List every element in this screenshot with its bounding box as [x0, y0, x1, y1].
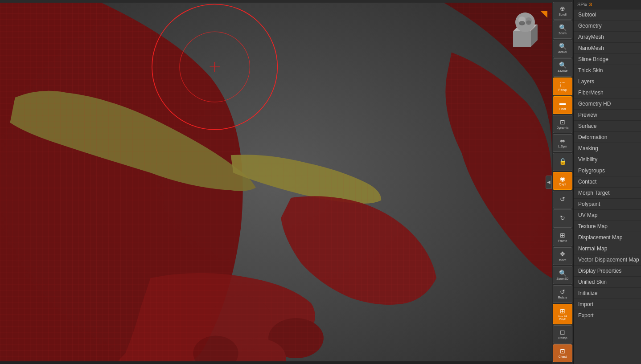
menu-surface[interactable]: Surface [574, 121, 641, 132]
spix-header: SPix 3 [574, 0, 641, 9]
nav-cube[interactable] [503, 9, 543, 49]
menu-fibermesh[interactable]: FiberMesh [574, 87, 641, 98]
menu-visibility[interactable]: Visibility [574, 154, 641, 165]
menu-preview[interactable]: Preview [574, 110, 641, 121]
tool-rotate[interactable]: ↺ Rotate [553, 285, 572, 303]
dynamic-icon: ⊡ [560, 119, 565, 126]
chest-label: Chest [559, 355, 567, 359]
lsym-label: L.Sym [558, 145, 567, 148]
tool-persp[interactable]: ⬚ Persp [553, 78, 572, 95]
tool-frame[interactable]: ⊞ Frame [553, 229, 572, 246]
zoom3d-icon: 🔍 [559, 270, 567, 277]
tool-chest[interactable]: ⊡ Chest [553, 344, 572, 362]
menu-displayproperties[interactable]: Display Properties [574, 266, 641, 277]
frame-label: Frame [558, 239, 567, 243]
tool-dynamic[interactable]: ⊡ Dynamic [553, 115, 572, 133]
menu-subtool[interactable]: Subtool [574, 9, 641, 20]
svg-point-2 [211, 295, 271, 340]
3d-model-canvas[interactable] [0, 0, 552, 364]
lock-icon: 🔒 [559, 158, 567, 165]
main-viewport[interactable] [0, 0, 552, 364]
tool-floor[interactable]: ▬ Floor [553, 96, 572, 114]
move-label: Move [559, 258, 566, 262]
tool-zoom3d[interactable]: 🔍 Zoom3D [553, 266, 572, 284]
menu-slimebridge[interactable]: Slime Bridge [574, 54, 641, 65]
menu-texturemap[interactable]: Texture Map [574, 221, 641, 232]
transp-label: Transp [558, 336, 567, 340]
rotate-icon: ↺ [560, 289, 565, 295]
actual-icon: 🔍 [559, 43, 567, 50]
transp-icon: ◻ [560, 329, 565, 335]
aahalf-label: AAHalf [558, 70, 567, 73]
tool-rot2[interactable]: ↻ [553, 209, 572, 227]
aahalf-icon: 🔍 [559, 62, 567, 69]
top-bar [0, 0, 552, 3]
qxyz-label: Qxyz [559, 183, 566, 186]
lsym-icon: ⇔ [560, 138, 565, 144]
menu-polypaint[interactable]: Polypaint [574, 199, 641, 210]
qxyz-icon: ◉ [560, 176, 565, 182]
nav-cube-svg [503, 9, 547, 53]
menu-displacementmap[interactable]: Displacement Map [574, 232, 641, 243]
menu-geometryhd[interactable]: Geometry HD [574, 98, 641, 110]
menu-deformation[interactable]: Deformation [574, 132, 641, 143]
svg-point-17 [515, 12, 535, 32]
actual-label: Actual [558, 50, 567, 54]
svg-marker-14 [541, 11, 547, 18]
sidebar-collapse-btn[interactable]: ◀ [546, 176, 552, 189]
menu-contact[interactable]: Contact [574, 176, 641, 188]
rot2-icon: ↻ [560, 215, 565, 221]
tool-lock[interactable]: 🔒 [553, 153, 572, 171]
tool-column: ⊕ Scroll 🔍 Zoom 🔍 Actual 🔍 AAHalf ⬚ Pers… [552, 0, 574, 364]
move-icon: ✥ [560, 251, 565, 258]
tool-zoom[interactable]: 🔍 Zoom [553, 20, 572, 38]
persp-icon: ⬚ [560, 81, 566, 88]
zoom3d-label: Zoom3D [557, 277, 569, 281]
menu-morphtarget[interactable]: Morph Target [574, 188, 641, 199]
menu-vectordisplacementmap[interactable]: Vector Displacement Map [574, 254, 641, 266]
menu-initialize[interactable]: Initialize [574, 288, 641, 299]
menu-normalmap[interactable]: Normal Map [574, 243, 641, 254]
menu-import[interactable]: Import [574, 299, 641, 310]
menu-layers[interactable]: Layers [574, 76, 641, 87]
polyf-icon: ⊞ [560, 308, 565, 315]
dynamic-label: Dynamic [556, 126, 568, 130]
spix-num: 3 [589, 2, 592, 7]
menu-uvmap[interactable]: UV Map [574, 210, 641, 221]
menu-thickskin[interactable]: Thick Skin [574, 65, 641, 76]
tool-transp[interactable]: ◻ Transp [553, 325, 572, 343]
polyf-label: Line FillPolyF [558, 315, 567, 320]
menu-arraymesh[interactable]: ArrayMesh [574, 32, 641, 43]
menu-geometry[interactable]: Geometry [574, 20, 641, 32]
frame-icon: ⊞ [560, 232, 565, 239]
bottom-bar [0, 361, 552, 364]
zoom-label: Zoom [559, 32, 567, 35]
scroll-icon: ⊕ [560, 5, 565, 12]
svg-point-21 [526, 20, 531, 25]
rot1-icon: ↺ [560, 196, 565, 203]
tool-scroll[interactable]: ⊕ Scroll [553, 2, 572, 20]
tool-lsym[interactable]: ⇔ L.Sym [553, 134, 572, 152]
menu-unifiedskin[interactable]: Unified Skin [574, 277, 641, 288]
tool-move[interactable]: ✥ Move [553, 247, 572, 265]
persp-label: Persp [559, 88, 567, 92]
right-sidebar: ⊕ Scroll 🔍 Zoom 🔍 Actual 🔍 AAHalf ⬚ Pers… [552, 0, 641, 364]
floor-label: Floor [559, 107, 566, 111]
menu-masking[interactable]: Masking [574, 143, 641, 154]
menu-column: SPix 3 Subtool Geometry ArrayMesh NanoMe… [574, 0, 641, 364]
tool-aahalf[interactable]: 🔍 AAHalf [553, 58, 572, 76]
tool-actual[interactable]: 🔍 Actual [553, 40, 572, 57]
spix-label: SPix [577, 2, 588, 7]
floor-icon: ▬ [559, 100, 566, 106]
menu-nanomesh[interactable]: NanoMesh [574, 43, 641, 54]
rotate-label: Rotate [558, 296, 567, 299]
chest-icon: ⊡ [560, 348, 565, 355]
tool-polyf[interactable]: ⊞ Line FillPolyF [553, 304, 572, 324]
tool-rot1[interactable]: ↺ [553, 191, 572, 209]
tool-qxyz[interactable]: ◉ Qxyz [553, 172, 572, 190]
menu-export[interactable]: Export [574, 310, 641, 321]
zoom-icon: 🔍 [559, 25, 567, 31]
svg-point-20 [519, 21, 525, 25]
scroll-label: Scroll [559, 13, 567, 16]
menu-polygroups[interactable]: Polygroups [574, 165, 641, 176]
